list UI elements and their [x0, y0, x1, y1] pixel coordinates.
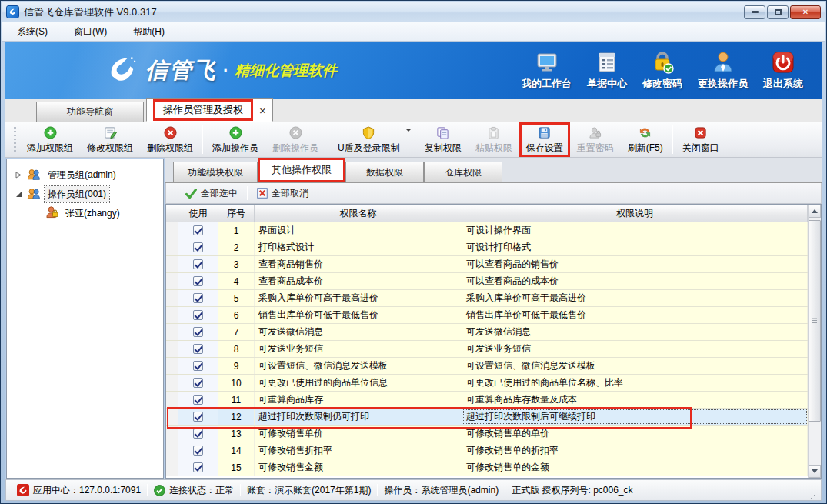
- row-selector[interactable]: [166, 442, 178, 459]
- use-checkbox[interactable]: [193, 361, 203, 371]
- permission-name-cell[interactable]: 可发送微信消息: [255, 324, 462, 340]
- menu-window[interactable]: 窗口(W): [66, 23, 115, 41]
- scrollbar-thumb[interactable]: [809, 220, 821, 422]
- delete-operator-button[interactable]: 删除操作员: [265, 122, 325, 157]
- table-row[interactable]: 9 可设置短信、微信消息发送模板 可设置短信、微信消息发送模板: [166, 358, 808, 375]
- permission-desc-cell[interactable]: 超过打印次数限制后可继续打印: [462, 409, 808, 425]
- table-row[interactable]: 1 界面设计 可设计操作界面: [166, 222, 808, 239]
- change-password-button[interactable]: 修改密码: [635, 47, 690, 94]
- use-checkbox[interactable]: [193, 276, 203, 286]
- use-checkbox[interactable]: [193, 462, 203, 472]
- table-row[interactable]: 7 可发送微信消息 可发送微信消息: [166, 324, 808, 341]
- row-selector[interactable]: [166, 256, 178, 272]
- scroll-down-icon[interactable]: [809, 465, 821, 478]
- permission-name-cell[interactable]: 查看商品成本价: [255, 273, 462, 289]
- permission-desc-cell[interactable]: 可设计打印格式: [462, 239, 808, 255]
- minimize-icon[interactable]: [744, 5, 765, 19]
- row-selector[interactable]: [166, 358, 178, 374]
- permission-desc-cell[interactable]: 可修改销售单的折扣率: [462, 442, 808, 459]
- use-checkbox[interactable]: [193, 378, 203, 388]
- permission-name-cell[interactable]: 可修改销售单价: [255, 426, 462, 442]
- tree-item-operator-group[interactable]: 操作员组(001): [7, 185, 163, 204]
- exit-system-button[interactable]: 退出系统: [755, 47, 811, 94]
- ukey-login-limit-button[interactable]: U盾及登录限制: [331, 122, 412, 157]
- row-selector[interactable]: [166, 341, 178, 357]
- permission-desc-cell[interactable]: 可设置短信、微信消息发送模板: [462, 358, 808, 374]
- cancel-all-button[interactable]: 全部取消: [251, 185, 315, 202]
- table-row[interactable]: 8 可发送业务短信 可发送业务短信: [166, 341, 808, 358]
- permission-name-cell[interactable]: 采购入库单价可高于最高进价: [255, 290, 462, 306]
- permission-name-cell[interactable]: 可设置短信、微信消息发送模板: [255, 358, 462, 374]
- table-row[interactable]: 15 可修改销售金额 可修改销售单的金额: [166, 459, 808, 476]
- permission-desc-cell[interactable]: 可以查看商品的成本价: [462, 273, 808, 289]
- permission-name-cell[interactable]: 可修改销售金额: [255, 459, 462, 476]
- use-checkbox[interactable]: [193, 344, 203, 354]
- table-row[interactable]: 2 打印格式设计 可设计打印格式: [166, 239, 808, 256]
- table-row[interactable]: 5 采购入库单价可高于最高进价 采购入库单价可高于最高进价: [166, 290, 808, 307]
- permission-desc-cell[interactable]: 可设计操作界面: [462, 222, 808, 239]
- row-selector[interactable]: [166, 290, 178, 306]
- paste-permission-button[interactable]: 粘贴权限: [469, 122, 519, 157]
- resize-grip[interactable]: [807, 491, 816, 500]
- refresh-button[interactable]: 刷新(F5): [621, 122, 670, 157]
- header-desc[interactable]: 权限说明: [462, 205, 808, 222]
- table-row[interactable]: 10 可更改已使用过的商品单位信息 可更改已使用过的商品单位名称、比率: [166, 375, 808, 392]
- maximize-icon[interactable]: [767, 5, 789, 19]
- use-checkbox[interactable]: [193, 259, 203, 269]
- copy-permission-button[interactable]: 复制权限: [418, 122, 469, 157]
- row-selector[interactable]: [166, 375, 178, 391]
- use-checkbox[interactable]: [193, 412, 203, 422]
- add-permission-group-button[interactable]: 添加权限组: [20, 122, 80, 157]
- row-selector[interactable]: [166, 459, 178, 476]
- tab-warehouse-permissions[interactable]: 仓库权限: [424, 162, 502, 182]
- permission-name-cell[interactable]: 超过打印次数限制仍可打印: [255, 409, 462, 425]
- permission-desc-cell[interactable]: 可重算商品库存数量及成本: [462, 392, 808, 408]
- use-checkbox[interactable]: [193, 446, 203, 456]
- row-selector[interactable]: [166, 426, 178, 442]
- use-checkbox[interactable]: [193, 310, 203, 320]
- row-selector[interactable]: [166, 239, 178, 255]
- tab-operator-management[interactable]: 操作员管理及授权 ×: [146, 98, 273, 122]
- table-row[interactable]: 12 超过打印次数限制仍可打印 超过打印次数限制后可继续打印: [166, 409, 808, 426]
- row-selector[interactable]: [166, 392, 178, 408]
- table-row[interactable]: 13 可修改销售单价 可修改销售单的单价: [166, 426, 808, 442]
- doc-center-button[interactable]: 单据中心: [579, 47, 635, 94]
- scroll-up-icon[interactable]: [809, 205, 821, 218]
- menu-system[interactable]: 系统(S): [9, 23, 55, 41]
- permission-desc-cell[interactable]: 可修改销售单的金额: [462, 459, 808, 476]
- use-checkbox[interactable]: [193, 429, 203, 439]
- table-row[interactable]: 3 查看商品销售价 可以查看商品的销售价: [166, 256, 808, 273]
- tab-module-permissions[interactable]: 功能模块权限: [173, 162, 258, 182]
- permission-name-cell[interactable]: 可发送业务短信: [255, 341, 462, 357]
- select-all-button[interactable]: 全部选中: [179, 185, 244, 202]
- close-window-button[interactable]: 关闭窗口: [675, 122, 726, 157]
- table-row[interactable]: 4 查看商品成本价 可以查看商品的成本价: [166, 273, 808, 290]
- row-selector[interactable]: [166, 273, 178, 289]
- menu-help[interactable]: 帮助(H): [125, 23, 172, 41]
- collapsed-expander-icon[interactable]: [13, 172, 24, 179]
- permission-name-cell[interactable]: 打印格式设计: [255, 239, 462, 255]
- use-checkbox[interactable]: [193, 293, 203, 303]
- use-checkbox[interactable]: [193, 225, 203, 235]
- workbench-button[interactable]: 我的工作台: [514, 47, 579, 94]
- use-checkbox[interactable]: [193, 242, 203, 252]
- table-row[interactable]: 6 销售出库单价可低于最低售价 销售出库单价可低于最低售价: [166, 307, 808, 324]
- dropdown-arrow-icon[interactable]: [405, 129, 412, 132]
- row-selector[interactable]: [166, 222, 178, 239]
- header-use[interactable]: 使用: [178, 205, 218, 222]
- close-icon[interactable]: ✕: [790, 5, 821, 19]
- tab-close-icon[interactable]: ×: [259, 105, 266, 116]
- tab-data-permissions[interactable]: 数据权限: [345, 162, 424, 182]
- row-selector[interactable]: [166, 307, 178, 323]
- permission-desc-cell[interactable]: 可发送业务短信: [462, 341, 808, 357]
- use-checkbox[interactable]: [193, 395, 203, 405]
- permission-name-cell[interactable]: 可修改销售折扣率: [255, 442, 462, 459]
- permission-name-cell[interactable]: 查看商品销售价: [255, 256, 462, 272]
- tab-nav-window[interactable]: 功能导航窗: [36, 102, 144, 122]
- header-name[interactable]: 权限名称: [255, 205, 462, 222]
- permission-name-cell[interactable]: 可重算商品库存: [255, 392, 462, 408]
- permission-desc-cell[interactable]: 可发送微信消息: [462, 324, 808, 340]
- permission-desc-cell[interactable]: 可修改销售单的单价: [462, 426, 808, 442]
- permission-desc-cell[interactable]: 可更改已使用过的商品单位名称、比率: [462, 375, 808, 391]
- row-selector[interactable]: [166, 324, 178, 340]
